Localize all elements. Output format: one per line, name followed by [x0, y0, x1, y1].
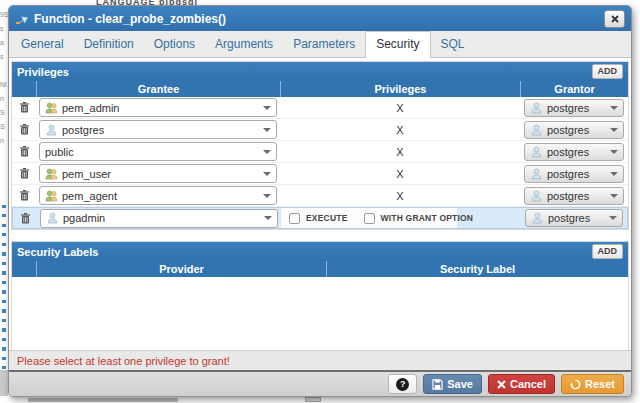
grantor-value: postgres	[548, 212, 609, 224]
grantor-value: postgres	[547, 146, 610, 158]
privileges-value: X	[280, 163, 520, 184]
privileges-table-header: Grantee Privileges Grantor	[12, 81, 628, 97]
trash-icon	[20, 146, 29, 157]
grantor-value: postgres	[547, 190, 610, 202]
save-button[interactable]: Save	[423, 374, 482, 394]
group-icon	[45, 168, 58, 180]
execute-checkbox[interactable]	[289, 213, 300, 224]
user-icon	[530, 146, 543, 158]
privilege-row-pem_agent: pem_agent X postgres	[12, 185, 628, 207]
privileges-panel-title: Privileges	[17, 66, 592, 78]
chevron-down-icon	[263, 106, 271, 110]
delete-row-button[interactable]	[20, 146, 29, 157]
column-header-privileges: Privileges	[280, 81, 520, 97]
trash-icon	[20, 102, 29, 113]
save-icon	[432, 379, 443, 390]
privilege-row-pem_admin: pem_admin X postgres	[12, 97, 628, 119]
tab-definition[interactable]: Definition	[74, 32, 144, 57]
privileges-value: X	[280, 141, 520, 162]
grantee-select[interactable]: pgadmin	[40, 209, 278, 228]
background-bottom-strip	[0, 397, 640, 403]
delete-row-button[interactable]	[21, 213, 30, 224]
trash-icon	[20, 124, 29, 135]
grantee-value: pgadmin	[63, 212, 264, 224]
tab-options[interactable]: Options	[144, 32, 205, 57]
grantor-value: postgres	[547, 124, 610, 136]
column-header-grantor: Grantor	[520, 81, 628, 97]
security-tab-content: Privileges ADD Grantee Privileges Granto…	[9, 58, 631, 350]
delete-row-button[interactable]	[20, 168, 29, 179]
delete-row-button[interactable]	[20, 190, 29, 201]
grantor-select[interactable]: postgres	[524, 99, 624, 117]
privilege-row-pgadmin: pgadmin EXECUTE WITH GRANT OPTION	[12, 207, 628, 229]
user-icon	[530, 190, 543, 202]
group-icon	[45, 190, 58, 202]
grantee-value: postgres	[62, 124, 263, 136]
grantor-value: postgres	[547, 168, 610, 180]
user-icon	[530, 102, 543, 114]
delete-row-button[interactable]	[20, 102, 29, 113]
chevron-down-icon	[263, 128, 271, 132]
privileges-value: X	[280, 97, 520, 118]
column-header-provider: Provider	[36, 261, 326, 277]
security-labels-panel: Security Labels ADD Provider Security La…	[11, 241, 629, 350]
chevron-down-icon	[610, 128, 618, 132]
help-button[interactable]: ?	[388, 374, 417, 394]
close-icon	[611, 15, 619, 23]
privileges-value: X	[280, 119, 520, 140]
cancel-x-icon	[497, 380, 506, 389]
user-icon	[531, 212, 544, 224]
column-header-delete	[12, 81, 36, 97]
delete-row-button[interactable]	[20, 124, 29, 135]
privileges-panel-header: Privileges ADD	[12, 62, 628, 81]
grantee-select[interactable]: pem_agent	[39, 186, 277, 205]
security-labels-table-header: Provider Security Label	[12, 261, 628, 277]
grantor-select[interactable]: postgres	[525, 209, 623, 227]
trash-icon	[21, 213, 30, 224]
grantee-value: public	[45, 146, 263, 158]
tab-security[interactable]: Security	[365, 31, 430, 58]
tab-sql[interactable]: SQL	[431, 32, 475, 57]
close-button[interactable]	[604, 10, 625, 28]
grantor-select[interactable]: postgres	[524, 165, 624, 183]
user-icon	[530, 168, 543, 180]
with-grant-option-label: WITH GRANT OPTION	[381, 213, 474, 223]
grantee-select[interactable]: pem_admin	[39, 98, 277, 117]
execute-label: EXECUTE	[306, 213, 348, 223]
grantor-select[interactable]: postgres	[524, 143, 624, 161]
reset-label: Reset	[585, 378, 615, 390]
privilege-row-postgres: postgres X postgres	[12, 119, 628, 141]
privileges-editor-cell: EXECUTE WITH GRANT OPTION	[281, 208, 521, 228]
grantee-value: pem_admin	[62, 102, 263, 114]
tab-arguments[interactable]: Arguments	[205, 32, 283, 57]
grantor-select[interactable]: postgres	[524, 121, 624, 139]
chevron-down-icon	[264, 216, 272, 220]
grantee-select[interactable]: public	[39, 142, 277, 161]
group-icon	[45, 102, 58, 114]
grantee-select[interactable]: pem_user	[39, 164, 277, 183]
grantor-select[interactable]: postgres	[524, 187, 624, 205]
reset-recycle-icon	[570, 379, 581, 390]
grantee-value: pem_agent	[62, 190, 263, 202]
validation-error-bar: Please select at least one privilege to …	[9, 350, 631, 370]
chevron-down-icon	[609, 216, 617, 220]
privileges-add-button[interactable]: ADD	[592, 64, 624, 79]
cancel-button[interactable]: Cancel	[488, 374, 555, 394]
security-labels-panel-header: Security Labels ADD	[12, 242, 628, 261]
with-grant-option-checkbox[interactable]	[364, 213, 375, 224]
reset-button[interactable]: Reset	[561, 374, 624, 394]
background-artifact	[28, 398, 178, 402]
dialog-title: Function - clear_probe_zombies()	[34, 12, 604, 26]
column-header-security-label: Security Label	[326, 261, 628, 277]
dialog-tabbar: General Definition Options Arguments Par…	[9, 31, 631, 58]
privileges-value: X	[280, 185, 520, 206]
chevron-down-icon	[263, 172, 271, 176]
tab-parameters[interactable]: Parameters	[283, 32, 365, 57]
grantee-value: pem_user	[62, 168, 263, 180]
grantee-select[interactable]: postgres	[39, 120, 277, 139]
tab-general[interactable]: General	[11, 32, 74, 57]
dialog-titlebar[interactable]: Function - clear_probe_zombies()	[9, 6, 631, 31]
chevron-down-icon	[263, 150, 271, 154]
privilege-row-pem_user: pem_user X postgres	[12, 163, 628, 185]
security-labels-add-button[interactable]: ADD	[592, 244, 624, 259]
